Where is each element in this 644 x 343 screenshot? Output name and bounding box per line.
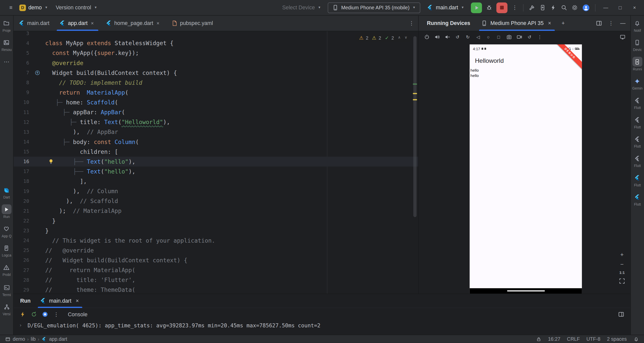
console-tab[interactable]: Console — [68, 311, 88, 317]
status-cursor-position[interactable]: 16:27 — [548, 336, 560, 342]
breadcrumb-file[interactable]: app.dart — [49, 336, 67, 342]
run-tab[interactable]: main.dart × — [36, 294, 85, 308]
gutter[interactable]: 15 — [14, 147, 45, 157]
line-number[interactable]: 7 — [14, 68, 29, 78]
home-button[interactable]: ○ — [484, 33, 493, 42]
gutter[interactable]: 17 — [14, 166, 45, 176]
line-number[interactable]: 11 — [14, 107, 29, 117]
status-line-ending[interactable]: CRLF — [567, 336, 580, 342]
close-tab-icon[interactable]: × — [156, 20, 161, 26]
status-indent[interactable]: 2 spaces — [607, 336, 627, 342]
intention-bulb-icon[interactable] — [48, 159, 54, 164]
line-number[interactable]: 23 — [14, 226, 29, 236]
tool-button-logcat[interactable]: Logca — [2, 243, 11, 257]
line-number[interactable]: 16 — [14, 157, 29, 166]
gutter[interactable]: 5 — [14, 48, 45, 58]
gutter[interactable]: 29 — [14, 285, 45, 294]
tool-button-notifications[interactable]: Notif — [632, 18, 642, 33]
tab-options-icon[interactable]: ⋮ — [408, 20, 415, 27]
overview-button[interactable]: □ — [494, 33, 503, 42]
zoom-out-icon[interactable]: − — [619, 261, 626, 268]
line-number[interactable]: 4 — [14, 38, 29, 48]
tool-button-resource-manager[interactable]: Resou — [2, 37, 12, 52]
line-number[interactable]: 29 — [14, 285, 29, 294]
close-button[interactable]: × — [629, 4, 640, 11]
gutter[interactable]: 8 — [14, 78, 45, 88]
breadcrumb-folder[interactable]: lib — [31, 336, 36, 342]
code-lines[interactable]: 34class MyApp extends StatelessWidget {5… — [14, 31, 418, 294]
line-number[interactable]: 24 — [14, 236, 29, 245]
line-number[interactable]: 27 — [14, 265, 29, 275]
gutter[interactable]: 12 — [14, 117, 45, 127]
override-gutter-icon[interactable] — [34, 69, 41, 76]
tool-button-dart-analysis[interactable]: Dart — [2, 185, 11, 199]
gutter[interactable]: 24 — [14, 236, 45, 245]
code-line[interactable]: 16 ├── Text("hello"), — [14, 157, 418, 166]
screenshot-button[interactable] — [504, 33, 514, 42]
tool-button-flutter-tool-4[interactable]: Flutt — [632, 153, 642, 168]
line-number[interactable]: 3 — [14, 31, 29, 38]
line-number[interactable]: 28 — [14, 275, 29, 285]
screen-record-button[interactable] — [514, 33, 524, 42]
search-icon[interactable] — [561, 4, 568, 11]
gutter[interactable]: 22 — [14, 216, 45, 226]
rotate-right-button[interactable]: ↻ — [463, 33, 472, 42]
fit-screen-icon[interactable] — [619, 277, 626, 284]
tool-button-gemini[interactable]: Gemin — [632, 76, 642, 91]
power-button[interactable] — [422, 33, 431, 42]
tool-button-app-quality-insights[interactable]: App Q — [2, 224, 11, 238]
code-line[interactable]: 17 ├── Text("hello"), — [14, 166, 418, 176]
run-config-selector[interactable]: main.dart ▾ — [424, 3, 467, 12]
gutter[interactable]: 26 — [14, 255, 45, 265]
code-line[interactable]: 23} — [14, 226, 418, 236]
close-tab-icon[interactable]: × — [74, 297, 81, 304]
code-line[interactable]: 24 // This widget is the root of your ap… — [14, 236, 418, 245]
hot-restart-icon[interactable] — [31, 311, 38, 318]
gutter[interactable]: 25 — [14, 245, 45, 255]
console-output[interactable]: › D/EGL_emulation( 4625): app_time_stats… — [14, 320, 630, 335]
hide-panel-icon[interactable]: — — [619, 20, 626, 27]
line-number[interactable]: 12 — [14, 117, 29, 127]
code-line[interactable]: 11 ├─ appBar: AppBar( — [14, 107, 418, 117]
tool-button-flutter-tool-3[interactable]: Flutt — [632, 134, 642, 148]
volume-down-button[interactable] — [442, 33, 452, 42]
line-number[interactable]: 10 — [14, 97, 29, 107]
window-layout-icon[interactable] — [596, 20, 603, 27]
debug-icon[interactable] — [486, 4, 493, 11]
gutter[interactable]: 9 — [14, 88, 45, 97]
line-number[interactable]: 17 — [14, 166, 29, 176]
editor-tab-home_page.dart[interactable]: home_page.dart× — [101, 16, 166, 31]
vcs-selector[interactable]: Version control ▾ — [53, 3, 100, 12]
tool-button-run[interactable]: Run — [2, 204, 11, 219]
expand-log-icon[interactable]: › — [14, 322, 27, 328]
notifications-icon[interactable] — [633, 336, 639, 342]
close-tab-icon[interactable]: × — [91, 20, 96, 26]
tool-button-version-control[interactable]: Versi — [2, 302, 12, 316]
gutter[interactable]: 20 — [14, 196, 45, 206]
minimize-button[interactable]: — — [600, 4, 611, 11]
line-number[interactable]: 25 — [14, 245, 29, 255]
code-line[interactable]: 22 } — [14, 216, 418, 226]
code-line[interactable]: 7 Widget build(BuildContext context) { — [14, 68, 418, 78]
gutter[interactable]: 3 — [14, 31, 45, 38]
gutter[interactable]: 13 — [14, 127, 45, 137]
code-line[interactable]: 12 ├─ title: Text("Helloworld"), — [14, 117, 418, 127]
tool-button-more-tool-windows[interactable]: ⋯ — [2, 57, 11, 67]
device-combo[interactable]: Medium Phone API 35 (mobile) ▾ — [328, 2, 420, 13]
external-display-button[interactable] — [618, 33, 627, 42]
volume-up-button[interactable] — [432, 33, 441, 42]
main-menu-icon[interactable]: ≡ — [7, 4, 14, 11]
code-line[interactable]: 8 // TODO: implement build — [14, 78, 418, 88]
line-number[interactable]: 6 — [14, 58, 29, 68]
more-actions-icon[interactable]: ⋮ — [511, 4, 518, 11]
tool-button-flutter-tool-6[interactable]: Flutt — [632, 192, 642, 206]
gutter[interactable]: 18 — [14, 176, 45, 186]
tool-button-device-manager[interactable]: Devic — [632, 37, 642, 52]
zoom-in-icon[interactable]: + — [619, 251, 626, 258]
line-number[interactable]: 13 — [14, 127, 29, 137]
editor-tab-pubspec.yaml[interactable]: pubspec.yaml — [166, 16, 218, 31]
phone-screen[interactable]: 4:17 3G ↕ DEBUG — [470, 44, 582, 294]
add-device-tab-icon[interactable]: + — [560, 20, 567, 27]
tool-button-terminal[interactable]: Termi — [2, 282, 12, 297]
gutter[interactable]: 4 — [14, 38, 45, 48]
